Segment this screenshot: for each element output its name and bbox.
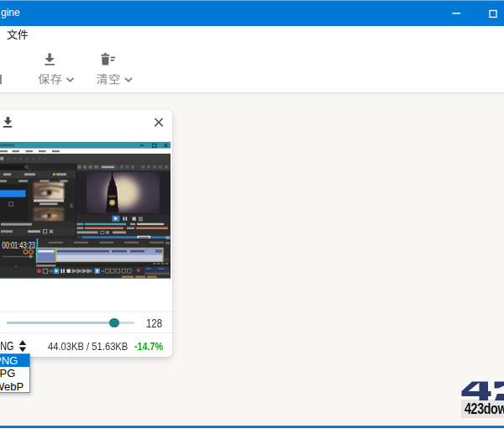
- svg-text:00:01:43:23: 00:01:43:23: [3, 240, 36, 249]
